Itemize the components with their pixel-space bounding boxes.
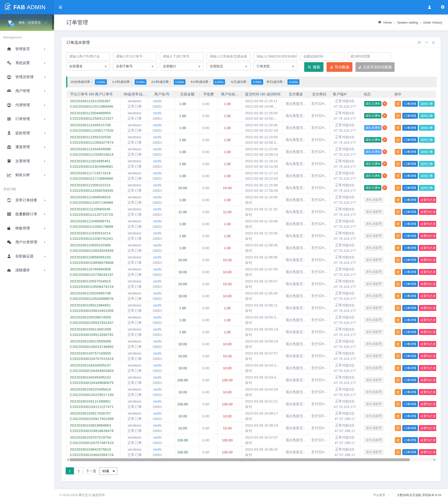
svg-text:∞: ∞ (8, 270, 10, 272)
